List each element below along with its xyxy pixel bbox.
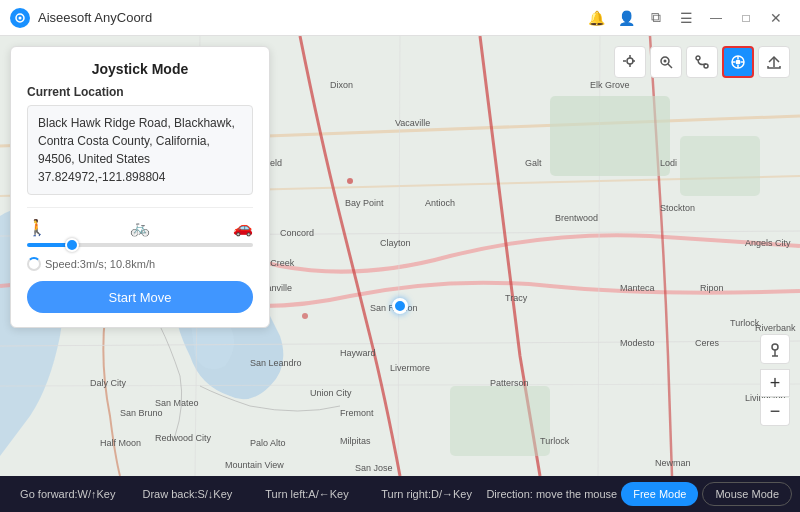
panel-title: Joystick Mode [27,61,253,77]
user-icon[interactable]: 👤 [612,4,640,32]
speed-spinner-icon [27,257,41,271]
minimize-button[interactable]: — [702,4,730,32]
svg-text:Mountain View: Mountain View [225,460,284,470]
svg-point-71 [664,60,667,63]
svg-text:Milpitas: Milpitas [340,436,371,446]
joystick-icon-btn[interactable] [722,46,754,78]
zoom-in-button[interactable]: + [760,369,790,397]
start-move-button[interactable]: Start Move [27,281,253,313]
mouse-mode-button[interactable]: Mouse Mode [702,482,792,506]
svg-text:Palo Alto: Palo Alto [250,438,286,448]
shortcut-forward: Go forward:W/↑Key [8,488,128,500]
svg-text:Patterson: Patterson [490,378,529,388]
copy-icon[interactable]: ⧉ [642,4,670,32]
svg-text:Elk Grove: Elk Grove [590,80,630,90]
svg-text:Half Moon: Half Moon [100,438,141,448]
shortcut-back: Draw back:S/↓Key [128,488,248,500]
svg-text:Fremont: Fremont [340,408,374,418]
svg-rect-13 [450,386,550,456]
speed-icons-row: 🚶 🚲 🚗 [27,218,253,237]
svg-text:Concord: Concord [280,228,314,238]
free-mode-button[interactable]: Free Mode [621,482,698,506]
svg-line-72 [668,64,672,68]
svg-text:Tracy: Tracy [505,293,528,303]
svg-point-73 [696,56,700,60]
joystick-panel: Joystick Mode Current Location Black Haw… [10,46,270,328]
svg-text:Union City: Union City [310,388,352,398]
svg-rect-12 [680,136,760,196]
svg-text:Lodi: Lodi [660,158,677,168]
shortcut-right: Turn right:D/→Key [367,488,487,500]
svg-text:Bay Point: Bay Point [345,198,384,208]
svg-text:Redwood City: Redwood City [155,433,212,443]
svg-text:Ceres: Ceres [695,338,720,348]
pin-icon-btn[interactable] [760,334,790,364]
speed-slider-container[interactable] [27,243,253,247]
speed-text: Speed:3m/s; 10.8km/h [45,258,155,270]
walk-icon: 🚶 [27,218,47,237]
panel-address-box: Black Hawk Ridge Road, Blackhawk, Contra… [27,105,253,195]
title-bar: Aiseesoft AnyCoord 🔔 👤 ⧉ ☰ — □ ✕ [0,0,800,36]
location-icon-btn[interactable] [614,46,646,78]
app-title: Aiseesoft AnyCoord [38,10,582,25]
bottom-bar: Go forward:W/↑Key Draw back:S/↓Key Turn … [0,476,800,512]
speed-slider-track[interactable] [27,243,253,247]
close-button[interactable]: ✕ [762,4,790,32]
svg-text:San Jose: San Jose [355,463,393,473]
svg-text:Livermore: Livermore [390,363,430,373]
speed-label: Speed:3m/s; 10.8km/h [27,257,253,271]
svg-text:Brentwood: Brentwood [555,213,598,223]
main-area: Santa Rosa Dixon Elk Grove Napa Vacavill… [0,36,800,476]
svg-text:Modesto: Modesto [620,338,655,348]
maximize-button[interactable]: □ [732,4,760,32]
car-icon: 🚗 [233,218,253,237]
svg-text:Antioch: Antioch [425,198,455,208]
app-logo [10,8,30,28]
svg-text:Daly City: Daly City [90,378,127,388]
notification-icon[interactable]: 🔔 [582,4,610,32]
menu-icon[interactable]: ☰ [672,4,700,32]
svg-text:Manteca: Manteca [620,283,655,293]
zoom-out-button[interactable]: − [760,398,790,426]
svg-point-64 [302,313,308,319]
svg-text:Newman: Newman [655,458,691,468]
bike-icon: 🚲 [130,218,150,237]
map-toolbar [614,46,790,78]
svg-text:Riverbank: Riverbank [755,323,796,333]
svg-point-1 [19,16,22,19]
svg-text:Hayward: Hayward [340,348,376,358]
svg-text:Clayton: Clayton [380,238,411,248]
shortcut-direction: Direction: move the mouse [486,488,617,500]
svg-text:San Leandro: San Leandro [250,358,302,368]
panel-divider [27,207,253,208]
svg-point-76 [736,60,741,65]
svg-rect-11 [550,96,670,176]
zoom-controls: + − [760,334,790,426]
route-icon-btn[interactable] [686,46,718,78]
svg-text:Turlock: Turlock [730,318,760,328]
panel-section-label: Current Location [27,85,253,99]
svg-point-82 [772,344,778,350]
svg-text:Turlock: Turlock [540,436,570,446]
svg-text:San Mateo: San Mateo [155,398,199,408]
window-controls: 🔔 👤 ⧉ ☰ — □ ✕ [582,4,790,32]
search-icon-btn[interactable] [650,46,682,78]
svg-point-63 [347,178,353,184]
svg-text:Angels City: Angels City [745,238,791,248]
location-dot [392,298,408,314]
svg-text:Stockton: Stockton [660,203,695,213]
export-icon-btn[interactable] [758,46,790,78]
speed-slider-thumb[interactable] [65,238,79,252]
svg-text:Dixon: Dixon [330,80,353,90]
svg-text:Vacaville: Vacaville [395,118,430,128]
svg-text:Galt: Galt [525,158,542,168]
shortcut-left: Turn left:A/←Key [247,488,367,500]
panel-address: Black Hawk Ridge Road, Blackhawk, Contra… [38,116,235,166]
svg-text:Ripon: Ripon [700,283,724,293]
svg-text:San Bruno: San Bruno [120,408,163,418]
panel-coordinates: 37.824972,-121.898804 [38,170,165,184]
